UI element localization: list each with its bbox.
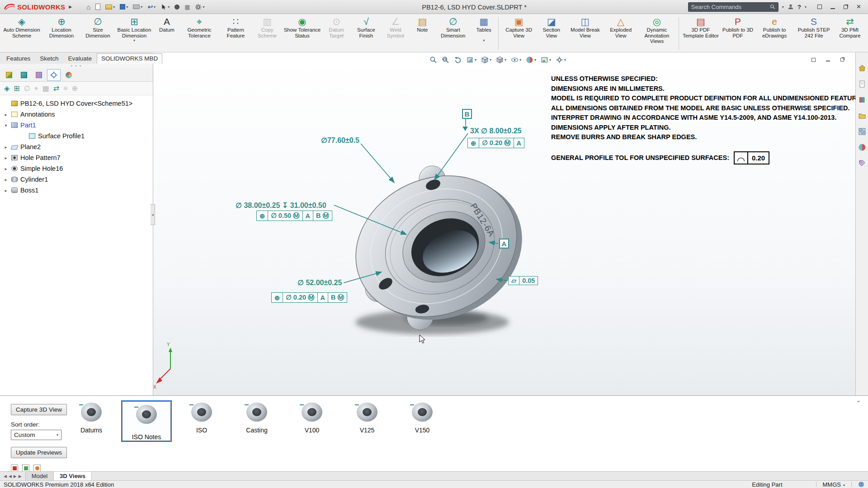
open-button[interactable]: ▾ [105, 5, 115, 9]
update-previews-button[interactable]: Update Previews [11, 447, 67, 458]
doc-restore-button[interactable] [838, 56, 847, 63]
section-view-button[interactable]: ▾ [465, 55, 478, 65]
units-selector[interactable]: MMGS ▴ [823, 481, 845, 488]
dimxpert-tool-icon[interactable]: ▦ [42, 85, 49, 92]
panel-collapse-handle[interactable]: ◂ [151, 204, 155, 225]
home-resources-button[interactable] [858, 64, 866, 72]
publish-edrawings-icon[interactable] [33, 465, 41, 472]
ribbon-button[interactable]: e Publish to eDrawings [755, 15, 794, 52]
ribbon-button[interactable]: ⊞ Basic Location Dimension ▾ [114, 15, 154, 52]
dimension-holes-3x[interactable]: 3X ∅ 8.00±0.25 [470, 127, 521, 135]
tree-expand-arrow[interactable]: ▸ [3, 188, 9, 193]
tree-item[interactable]: ▸ Plane2 [1, 141, 152, 152]
ribbon-button[interactable]: ◪ Section View [537, 15, 566, 52]
new-document-button[interactable] [95, 4, 100, 10]
apply-scene-button[interactable]: ▾ [539, 55, 552, 65]
tree-item[interactable]: Surface Profile1 [1, 131, 152, 141]
dimxpert-tool-icon[interactable]: ⇄ [53, 85, 59, 92]
tab-configurationmanager[interactable] [32, 69, 46, 81]
restore-button[interactable] [840, 3, 851, 11]
user-icon[interactable] [788, 4, 794, 10]
doc-minimize-button[interactable] [823, 56, 832, 63]
file-explorer-button[interactable] [858, 112, 866, 120]
profile-tolerance-frame[interactable]: 0.20 [734, 151, 769, 165]
macro-record-button[interactable] [175, 5, 179, 9]
dimxpert-tool-icon[interactable]: ⊞ [14, 85, 19, 92]
tab-nav-next-icon[interactable]: ▶ [14, 474, 17, 479]
ribbon-button[interactable]: ⊙ Datum Target [322, 15, 351, 52]
tree-expand-arrow[interactable]: ▸ [3, 155, 9, 160]
view-orientation-button[interactable]: ▾ [480, 55, 493, 65]
appearances-scenes-button[interactable] [858, 143, 866, 151]
panel-collapse-chevron[interactable]: ⌄ [856, 397, 861, 404]
tree-item[interactable]: PB12-6, LSD HYD Cover<Scheme51> [1, 98, 152, 109]
view-thumbnail[interactable]: V100 [288, 399, 336, 439]
hide-show-items-button[interactable]: ▾ [509, 55, 523, 65]
zoom-to-fit-button[interactable] [428, 55, 439, 65]
datum-a-box[interactable]: A [499, 239, 509, 249]
ribbon-button[interactable]: S Publish STEP 242 File [794, 15, 834, 52]
custom-properties-button[interactable] [858, 159, 866, 167]
view-thumbnail[interactable]: Datums [67, 399, 116, 439]
dimxpert-tool-icon[interactable]: ≡ [63, 85, 67, 92]
capture-3d-view-button[interactable]: Capture 3D View [11, 404, 67, 415]
dimxpert-tool-icon[interactable]: ⌖ [34, 85, 38, 92]
dimxpert-tool-icon[interactable]: ⊕ [72, 85, 78, 92]
ribbon-button[interactable]: ⌖ Geometric Tolerance [179, 15, 219, 52]
help-button[interactable]: ? [797, 4, 801, 10]
fcf-flatness[interactable]: ▱ 0.05 [508, 276, 538, 285]
ribbon-button[interactable]: ∅ Smart Dimension [435, 15, 471, 52]
ribbon-button[interactable]: ⊕ Location Dimension [42, 15, 81, 52]
view-thumbnail[interactable]: V150 [398, 399, 447, 439]
undo-button[interactable]: ↩▾ [147, 4, 156, 10]
ribbon-button[interactable]: ▣ Capture 3D View [500, 15, 537, 52]
tree-item[interactable]: ▸ Boss1 [1, 185, 152, 196]
ribbon-button[interactable]: ∷ Pattern Feature [219, 15, 252, 52]
home-button[interactable]: ⌂ [86, 4, 90, 10]
doc-close-button[interactable]: × [852, 56, 855, 63]
print-button[interactable]: ▾ [133, 5, 142, 9]
view-settings-button[interactable]: ▾ [554, 55, 567, 65]
tab-nav-first-icon[interactable]: ◀ [4, 474, 7, 479]
tab-propertymanager[interactable] [17, 69, 31, 81]
help-caret-icon[interactable]: ▾ [805, 5, 807, 9]
tab-featuremanager[interactable] [2, 69, 16, 81]
ribbon-button[interactable]: ◫ Model Break View [566, 15, 604, 52]
commandmanager-tab[interactable]: Features [2, 53, 35, 64]
ribbon-button[interactable]: ▦ Tables ▾ [471, 15, 496, 52]
datum-b-box[interactable]: B [462, 109, 472, 119]
fcf-holes[interactable]: ⊕ ∅ 0.20 Ⓜ A [467, 138, 524, 148]
tree-item[interactable]: ▸ Annotations [1, 109, 152, 120]
dimension-bore[interactable]: ∅ 38.00±0.25 ↧ 31.00±0.50 [236, 201, 326, 210]
tab-nav-prev-icon[interactable]: ◀ [9, 474, 12, 479]
view-palette-button[interactable] [858, 127, 866, 136]
view-thumbnail[interactable]: Casting [232, 399, 281, 439]
fcf-bore[interactable]: ⊕ ∅ 0.50 Ⓜ A B Ⓜ [256, 211, 332, 221]
menu-expand-arrow[interactable]: ▶ [69, 5, 72, 9]
toolbar-grid-button[interactable]: ▦ [184, 4, 190, 10]
search-caret-icon[interactable]: ▾ [782, 5, 784, 9]
status-globe-icon[interactable] [858, 481, 864, 488]
commandmanager-tab[interactable]: Evaluate [64, 53, 97, 64]
tree-expand-arrow[interactable]: ▸ [3, 145, 9, 150]
zoom-to-area-button[interactable] [440, 55, 451, 65]
doc-fullscreen-button[interactable] [809, 56, 818, 63]
ribbon-button[interactable]: P Publish to 3D PDF [721, 15, 755, 52]
ribbon-button[interactable]: ∅ Size Dimension [81, 15, 114, 52]
search-commands-box[interactable]: Search Commands [688, 2, 778, 12]
tab-nav-last-icon[interactable]: ▶ [19, 474, 22, 479]
publish-step-icon[interactable] [22, 465, 29, 472]
commandmanager-tab[interactable]: SOLIDWORKS MBD [97, 53, 162, 64]
graphics-area[interactable]: PB12-6A Y X [153, 52, 855, 395]
panel-grip[interactable]: • • • [0, 64, 153, 68]
close-button[interactable]: × [853, 3, 864, 11]
ribbon-button[interactable]: ◈ Auto Dimension Scheme [2, 15, 42, 52]
minimize-button[interactable] [827, 3, 838, 11]
view-thumbnail[interactable]: V125 [343, 399, 392, 439]
tree-item[interactable]: ▸ Hole Pattern7 [1, 152, 152, 163]
ribbon-button[interactable]: ▥ Copy Scheme [252, 15, 283, 52]
tree-item[interactable]: ▸ Cylinder1 [1, 174, 152, 185]
tree-expand-arrow[interactable]: ▸ [3, 177, 9, 182]
dimension-groove[interactable]: ∅ 52.00±0.25 [297, 278, 342, 287]
ribbon-button[interactable]: ⇄ 3D PMI Compare [834, 15, 866, 52]
